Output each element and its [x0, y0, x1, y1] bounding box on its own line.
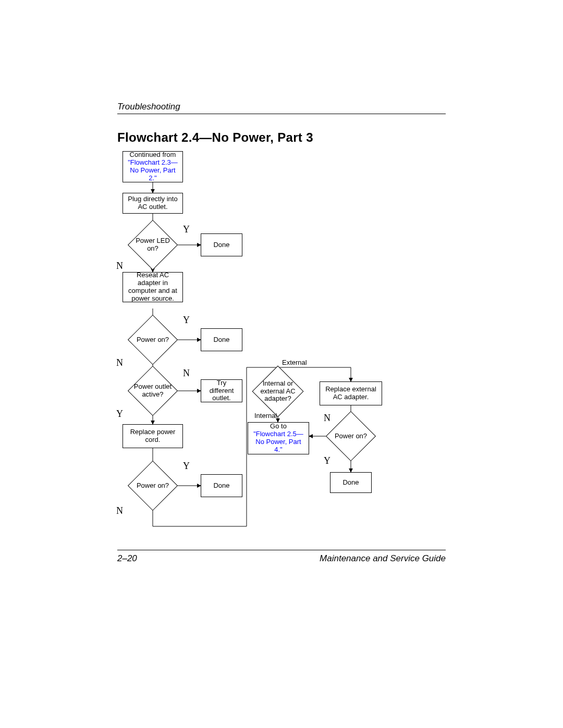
label-n-2: N	[116, 357, 123, 368]
label-y-5: Y	[324, 455, 331, 466]
label-y-2: Y	[183, 315, 190, 326]
node-poweron-2-text: Power on?	[137, 482, 169, 490]
node-reseat-adapter-text: Reseat AC adapter in computer and at pow…	[126, 272, 179, 303]
footer-rule	[117, 550, 446, 550]
node-poweron-3: Power on?	[326, 418, 376, 454]
node-poweron-3-text: Power on?	[335, 433, 367, 440]
node-poweron-1-text: Power on?	[137, 336, 169, 344]
node-power-led: Power LED on?	[128, 227, 178, 263]
node-poweron-2: Power on?	[128, 468, 178, 503]
node-replace-cord-text: Replace power cord.	[126, 428, 179, 444]
node-try-outlet-text: Try different outlet.	[204, 379, 239, 403]
node-done-2-text: Done	[213, 336, 229, 344]
label-external: External	[282, 359, 307, 366]
node-done-4: Done	[330, 472, 372, 493]
node-replace-cord: Replace power cord.	[123, 424, 183, 448]
node-goto: Go to "Flowchart 2.5—No Power, Part 4."	[248, 422, 309, 454]
node-plug-ac-text: Plug directly into AC outlet.	[126, 195, 179, 211]
node-done-4-text: Done	[342, 479, 359, 487]
goto-link[interactable]: "Flowchart 2.5—No Power, Part 4."	[253, 430, 303, 453]
node-int-ext: Internal or external AC adapter?	[252, 373, 304, 410]
node-goto-text: Go to "Flowchart 2.5—No Power, Part 4."	[251, 423, 305, 454]
page-title: Flowchart 2.4—No Power, Part 3	[117, 130, 313, 145]
label-y-1: Y	[183, 224, 190, 235]
node-outlet-active-text: Power outlet active?	[130, 383, 176, 399]
goto-prefix: Go to	[270, 422, 287, 430]
node-power-led-text: Power LED on?	[130, 237, 176, 253]
node-done-2: Done	[201, 328, 242, 351]
footer-page: 2–20	[117, 553, 137, 564]
flowchart-canvas: Continued from "Flowchart 2.3—No Power, …	[121, 151, 455, 542]
label-n-4: N	[116, 505, 123, 516]
label-y-3: Y	[116, 409, 123, 419]
footer-guide: Maintenance and Service Guide	[320, 553, 446, 564]
node-done-1: Done	[201, 233, 242, 256]
header-rule	[117, 114, 446, 114]
node-int-ext-text: Internal or external AC adapter?	[254, 380, 302, 403]
label-n-1: N	[116, 261, 123, 272]
label-n-5: N	[324, 413, 331, 424]
node-done-3: Done	[201, 474, 242, 497]
continued-from-prefix: Continued from	[130, 151, 176, 158]
section-header: Troubleshooting	[117, 102, 180, 112]
node-done-1-text: Done	[213, 241, 229, 249]
node-continued-from-text: Continued from "Flowchart 2.3—No Power, …	[126, 151, 179, 182]
label-y-4: Y	[183, 461, 190, 472]
continued-from-link[interactable]: "Flowchart 2.3—No Power, Part 2."	[128, 158, 178, 182]
node-replace-external-text: Replace external AC adapter.	[323, 386, 378, 401]
node-try-outlet: Try different outlet.	[201, 379, 242, 402]
node-plug-ac: Plug directly into AC outlet.	[123, 193, 183, 214]
label-internal: Internal	[254, 412, 277, 419]
node-done-3-text: Done	[213, 482, 229, 490]
label-n-3: N	[183, 368, 190, 379]
node-replace-external: Replace external AC adapter.	[320, 381, 382, 405]
node-reseat-adapter: Reseat AC adapter in computer and at pow…	[123, 272, 183, 302]
node-poweron-1: Power on?	[128, 322, 178, 357]
node-outlet-active: Power outlet active?	[128, 373, 178, 409]
node-continued-from: Continued from "Flowchart 2.3—No Power, …	[123, 151, 183, 182]
